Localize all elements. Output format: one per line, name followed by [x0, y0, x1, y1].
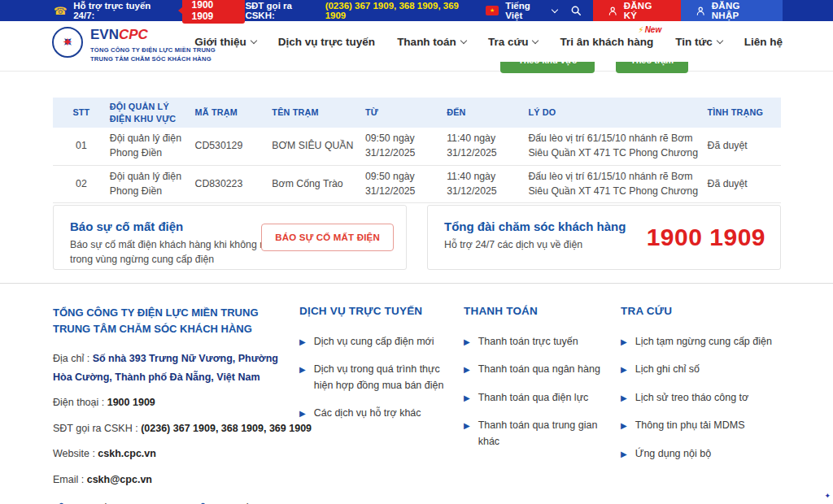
nav-thanh-toan[interactable]: Thanh toán — [397, 36, 466, 48]
col-header-station-name: TÊN TRẠM — [272, 103, 365, 122]
evncpc-logo[interactable]: ✦ ✦ EVNCPC TỔNG CÔNG TY ĐIỆN LỰC MIỀN TR… — [52, 27, 216, 63]
footer-payment-column: THANH TOÁN ▶ Thanh toán trực tuyến ▶ Tha… — [464, 305, 618, 462]
footer-cskh-numbers: SĐT gọi ra CSKH : (0236) 367 1909, 368 1… — [53, 419, 285, 438]
nav-tri-an-khach-hang[interactable]: Tri ân khách hàng ⚡ New — [560, 36, 653, 48]
chevron-down-icon — [532, 37, 539, 43]
new-badge-label: New — [645, 25, 662, 34]
cell-station-code: CD830223 — [195, 173, 273, 196]
footer-link-item[interactable]: ▶ Dịch vụ trong quá trình thực hiện hợp … — [299, 362, 454, 393]
footer: TỔNG CÔNG TY ĐIỆN LỰC MIỀN TRUNG TRUNG T… — [0, 283, 833, 504]
phone-icon: ☎ — [54, 6, 67, 16]
cell-team: Đội quản lý điện Phong Điền — [110, 166, 195, 203]
register-button[interactable]: ĐĂNG KÝ — [593, 0, 681, 21]
logo-cpc: CPC — [119, 27, 148, 42]
cell-station-code: CD530129 — [195, 135, 273, 158]
bullet-icon: ▶ — [299, 334, 306, 350]
footer-link-item[interactable]: ▶ Thanh toán qua trung gian khác — [464, 418, 618, 450]
report-outage-button[interactable]: BÁO SỰ CỐ MẤT ĐIỆN — [261, 224, 394, 251]
chevron-down-icon — [552, 6, 558, 12]
report-card-desc: Báo sự cố mất điện khách hàng khi không … — [70, 238, 288, 267]
bullet-icon: ▶ — [299, 406, 306, 421]
footer-link-item[interactable]: ▶ Các dịch vụ hỗ trợ khác — [299, 406, 454, 421]
footer-company-column: TỔNG CÔNG TY ĐIỆN LỰC MIỀN TRUNG TRUNG T… — [53, 305, 285, 504]
chevron-down-icon — [251, 37, 257, 43]
footer-link-label: Lịch sử treo tháo công tơ — [635, 390, 749, 406]
table-row: 02 Đội quản lý điện Phong Điền CD830223 … — [53, 166, 781, 204]
footer-link-item[interactable]: ▶ Thanh toán qua ngân hàng — [464, 362, 618, 377]
nav-dich-vu-truc-tuyen[interactable]: Dịch vụ trực tuyến — [278, 36, 375, 48]
lightning-icon: ⚡ — [639, 25, 644, 34]
nav-label: Tra cứu — [488, 36, 529, 48]
footer-company-line1: TỔNG CÔNG TY ĐIỆN LỰC MIỀN TRUNG — [53, 305, 285, 321]
corner-star-icon: ✦ — [824, 492, 831, 500]
nav-label: Tri ân khách hàng — [560, 36, 653, 48]
footer-link-label: Thanh toán qua ngân hàng — [478, 362, 600, 377]
bullet-icon: ▶ — [621, 334, 627, 350]
cell-from: 09:50 ngày 31/12/2025 — [365, 166, 447, 203]
nav-label: Tin tức — [675, 36, 713, 48]
logo-evn: EVN — [90, 27, 119, 42]
footer-email: Email : cskh@cpc.vn — [53, 471, 285, 489]
search-button[interactable] — [570, 5, 582, 16]
bullet-icon: ▶ — [464, 362, 470, 377]
footer-link-label: Các dịch vụ hỗ trợ khác — [314, 406, 421, 421]
search-icon — [570, 5, 582, 16]
topbar-support: ☎ Hỗ trợ trực tuyến 24/7: 1900 1909 — [54, 0, 245, 24]
main-nav: Giới thiệu Dịch vụ trực tuyến Thanh toán… — [194, 21, 783, 62]
chevron-down-icon — [716, 37, 722, 43]
col-header-to: ĐẾN — [447, 103, 528, 122]
footer-link-item[interactable]: ▶ Lịch sử treo tháo công tơ — [621, 390, 787, 406]
bullet-icon: ▶ — [621, 446, 627, 462]
cell-reason: Đấu lèo vị trí 61/15/10 nhánh rẽ Bơm Siê… — [528, 128, 707, 165]
support-label: Hỗ trợ trực tuyến 24/7: — [73, 1, 171, 20]
report-outage-card: Báo sự cố mất điện Báo sự cố mất điện kh… — [53, 205, 407, 270]
col-header-status: TÌNH TRẠNG — [708, 103, 781, 122]
footer-lookup-column: TRA CỨU ▶ Lịch tạm ngừng cung cấp điện ▶… — [621, 305, 787, 474]
cell-reason: Đấu lèo vị trí 61/15/10 nhánh rẽ Bơm Siê… — [528, 166, 707, 203]
cell-status: Đã duyệt — [708, 173, 781, 196]
col-header-team: ĐỘI QUẢN LÝ ĐIỆN KHU VỰC — [110, 98, 195, 128]
footer-column-title: DỊCH VỤ TRỰC TUYẾN — [299, 305, 454, 317]
col-header-reason: LÝ DO — [528, 103, 707, 122]
nav-lien-he[interactable]: Liên hệ — [744, 36, 783, 48]
vietnam-flag-icon: ★ — [486, 6, 499, 15]
footer-link-label: Thanh toán trực tuyến — [478, 334, 578, 350]
login-button[interactable]: ĐĂNG NHẬP — [681, 0, 783, 21]
nav-label: Thanh toán — [397, 36, 456, 48]
language-selector[interactable]: Tiếng Việt — [505, 1, 557, 20]
footer-link-item[interactable]: ▶ Lịch tạm ngừng cung cấp điện — [621, 334, 787, 350]
cell-status: Đã duyệt — [708, 135, 781, 158]
footer-link-item[interactable]: ▶ Ứng dụng nội bộ — [621, 446, 787, 462]
cell-station-name: BƠM SIÊU QUẦN — [272, 135, 365, 158]
footer-link-item[interactable]: ▶ Dịch vụ cung cấp điện mới — [299, 334, 454, 350]
login-label: ĐĂNG NHẬP — [712, 1, 768, 20]
hotline-number[interactable]: 1900 1909 — [182, 0, 246, 24]
footer-link-item[interactable]: ▶ Thanh toán trực tuyến — [464, 334, 618, 350]
nav-tin-tuc[interactable]: Tin tức — [675, 36, 722, 48]
footer-link-label: Dịch vụ trong quá trình thực hiện hợp đồ… — [314, 362, 454, 393]
user-icon — [608, 6, 617, 16]
footer-phone: Điện thoại : 1900 1909 — [53, 393, 285, 412]
register-label: ĐĂNG KÝ — [624, 1, 667, 20]
nav-label: Giới thiệu — [194, 36, 246, 48]
footer-link-item[interactable]: ▶ Thanh toán qua điện lực — [464, 390, 618, 406]
col-header-from: TỪ — [365, 103, 447, 122]
nav-tra-cuu[interactable]: Tra cứu — [488, 36, 539, 48]
bullet-icon: ▶ — [621, 390, 627, 406]
cell-team: Đội quản lý điện Phong Điền — [110, 128, 195, 165]
footer-link-item[interactable]: ▶ Lịch ghi chỉ số — [621, 362, 787, 377]
cskh-label: SĐT gọi ra CSKH: — [245, 1, 321, 20]
cell-station-name: Bơm Cống Trào — [272, 173, 365, 196]
bullet-icon: ▶ — [299, 362, 306, 393]
nav-gioi-thieu[interactable]: Giới thiệu — [194, 36, 256, 48]
cell-stt: 01 — [53, 135, 110, 158]
chevron-down-icon — [460, 37, 467, 43]
hotline-badge[interactable]: 1900 1909 — [178, 0, 246, 24]
col-header-stt: STT — [53, 103, 110, 122]
cell-from: 09:50 ngày 31/12/2025 — [365, 128, 447, 165]
footer-website: Website : cskh.cpc.vn — [53, 445, 285, 463]
footer-link-label: Dịch vụ cung cấp điện mới — [314, 334, 434, 350]
footer-services-column: DỊCH VỤ TRỰC TUYẾN ▶ Dịch vụ cung cấp đi… — [299, 305, 454, 434]
footer-link-item[interactable]: ▶ Thông tin phụ tải MDMS — [621, 418, 787, 433]
footer-column-title: TRA CỨU — [621, 305, 787, 317]
